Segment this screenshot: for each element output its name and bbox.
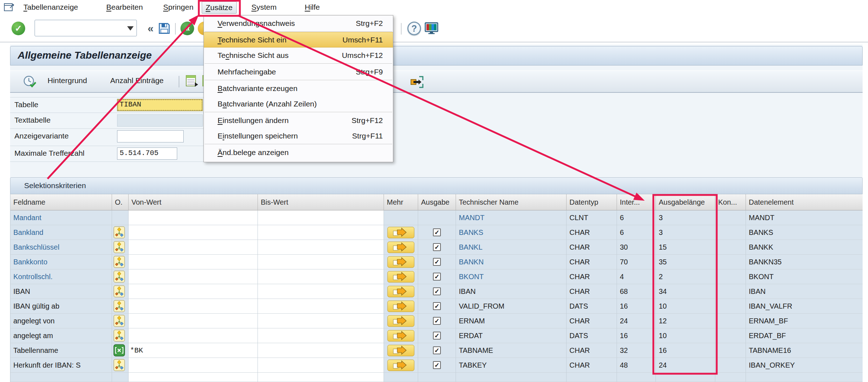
menubar-item-zus-tze[interactable]: Zusätze — [202, 1, 237, 14]
mehr-selection-button[interactable] — [387, 315, 415, 327]
cell-bis-wert[interactable] — [258, 269, 384, 284]
selection-screen-icon[interactable] — [408, 74, 425, 91]
menu-item-verwendungsnachweis[interactable]: VerwendungsnachweisStrg+F2 — [204, 15, 393, 31]
multiple-selection-icon[interactable] — [113, 256, 125, 268]
multiple-selection-icon[interactable] — [113, 241, 125, 253]
ausgabe-checkbox[interactable]: ✓ — [433, 317, 441, 325]
menu-item-technische-sicht-ein[interactable]: Technische Sicht einUmsch+F11 — [204, 32, 393, 47]
back-icon[interactable]: « — [180, 21, 194, 36]
mehr-selection-button[interactable] — [387, 271, 415, 283]
cell-bis-wert[interactable] — [258, 284, 384, 299]
ausgabe-checkbox[interactable]: ✓ — [433, 361, 441, 369]
menu-item-einstellungen-speichern[interactable]: Einstellungen speichernStrg+F11 — [204, 128, 393, 144]
multiple-selection-icon[interactable] — [113, 270, 125, 283]
menubar-item-springen[interactable]: Springen — [160, 1, 197, 14]
cell-technischer-name[interactable]: BANKN — [456, 255, 567, 269]
cell-feldname[interactable]: Kontrollschl. — [10, 269, 112, 284]
column-header-bis-wert[interactable]: Bis-Wert — [258, 194, 384, 210]
cell-technischer-name[interactable]: BKONT — [456, 269, 567, 284]
menu-item-batchvariante-erzeugen[interactable]: Batchvariante erzeugen — [204, 81, 393, 96]
cell-von-wert[interactable] — [129, 328, 258, 343]
column-header-o[interactable]: O. — [112, 194, 129, 210]
command-field[interactable] — [35, 20, 137, 36]
ausgabe-checkbox[interactable]: ✓ — [433, 302, 441, 310]
cell-von-wert[interactable] — [129, 240, 258, 255]
column-header-feldname[interactable]: Feldname — [10, 194, 112, 210]
mehr-selection-button[interactable] — [387, 286, 415, 297]
ausgabe-checkbox[interactable]: ✓ — [433, 287, 441, 295]
cell-von-wert[interactable] — [129, 284, 258, 299]
pattern-selection-icon[interactable] — [113, 344, 125, 356]
menubar-item-tabellenanzeige[interactable]: Tabellenanzeige — [20, 1, 82, 14]
mehr-selection-button[interactable] — [387, 227, 415, 238]
column-header-ausgabe[interactable]: Ausgabe — [418, 194, 456, 210]
column-header-technischer-name[interactable]: Technischer Name — [456, 194, 567, 210]
menu-item-nd-belege-anzeigen[interactable]: Änd.belege anzeigen — [204, 145, 393, 160]
collapse-chevrons-icon[interactable]: « — [143, 21, 158, 36]
multiple-selection-icon[interactable] — [113, 285, 125, 297]
command-dropdown-icon[interactable] — [127, 26, 134, 31]
anzahl-eintraege-button[interactable]: Anzahl Einträge — [110, 76, 164, 85]
ausgabe-checkbox[interactable]: ✓ — [433, 273, 441, 281]
ausgabe-checkbox[interactable]: ✓ — [433, 258, 441, 266]
cell-von-wert[interactable] — [129, 299, 258, 314]
form-field-maximale-trefferzahl[interactable]: 5.514.705 — [117, 147, 177, 160]
column-header-datentyp[interactable]: Datentyp — [567, 194, 617, 210]
cell-bis-wert[interactable] — [258, 343, 384, 358]
multiple-selection-icon[interactable] — [113, 315, 125, 327]
cell-feldname[interactable]: Bankkonto — [10, 255, 112, 269]
menubar-item-hilfe[interactable]: Hilfe — [301, 1, 323, 14]
cell-technischer-name[interactable]: MANDT — [456, 210, 567, 225]
cell-feldname[interactable]: Bankschlüssel — [10, 240, 112, 255]
cell-von-wert[interactable] — [129, 358, 258, 373]
cell-bis-wert[interactable] — [258, 328, 384, 343]
mehr-selection-button[interactable] — [387, 300, 415, 312]
execute-clock-icon[interactable] — [22, 74, 37, 91]
cell-feldname[interactable]: Mandant — [10, 210, 112, 225]
multiple-selection-icon[interactable] — [113, 300, 125, 312]
table-contents-icon[interactable] — [185, 74, 199, 89]
save-icon[interactable] — [157, 21, 171, 36]
hintergrund-button[interactable]: Hintergrund — [48, 76, 87, 85]
menu-item-mehrfacheingabe[interactable]: MehrfacheingabeStrg+F9 — [204, 64, 393, 79]
customize-layout-icon[interactable] — [424, 21, 439, 36]
menubar-item-system[interactable]: System — [248, 1, 280, 14]
column-header-inter[interactable]: Inter... — [617, 194, 656, 210]
mehr-selection-button[interactable] — [387, 241, 415, 253]
ausgabe-checkbox[interactable]: ✓ — [433, 243, 441, 251]
column-header-ausgabel-nge[interactable]: Ausgabelänge — [656, 194, 715, 210]
mehr-selection-button[interactable] — [387, 359, 415, 371]
ausgabe-checkbox[interactable]: ✓ — [433, 346, 441, 354]
enter-icon[interactable]: ✓ — [11, 21, 26, 36]
menu-item-batchvariante-anzahl-zeilen[interactable]: Batchvariante (Anzahl Zeilen) — [204, 96, 393, 112]
ausgabe-checkbox[interactable]: ✓ — [433, 332, 441, 340]
cell-technischer-name[interactable]: BANKS — [456, 225, 567, 240]
mehr-selection-button[interactable] — [387, 330, 415, 342]
column-header-mehr[interactable]: Mehr — [384, 194, 418, 210]
multiple-selection-icon[interactable] — [113, 359, 125, 371]
cell-bis-wert[interactable] — [258, 210, 384, 225]
cell-bis-wert[interactable] — [258, 314, 384, 328]
cell-von-wert[interactable] — [129, 225, 258, 240]
menu-item-einstellungen-ndern[interactable]: Einstellungen ändernStrg+F12 — [204, 113, 393, 128]
cell-feldname[interactable]: Bankland — [10, 225, 112, 240]
mehr-selection-button[interactable] — [387, 256, 415, 268]
menu-item-technische-sicht-aus[interactable]: Technische Sicht ausUmsch+F12 — [204, 47, 393, 63]
column-header-kon[interactable]: Kon... — [715, 194, 746, 210]
mehr-selection-button[interactable] — [387, 345, 415, 356]
cell-von-wert[interactable]: *BK — [129, 343, 258, 358]
column-header-datenelement[interactable]: Datenelement — [746, 194, 863, 210]
multiple-selection-icon[interactable] — [113, 329, 125, 342]
form-field-tabelle[interactable]: TIBAN — [117, 99, 203, 111]
cell-bis-wert[interactable] — [258, 240, 384, 255]
cell-bis-wert[interactable] — [258, 358, 384, 373]
menubar-item-bearbeiten[interactable]: Bearbeiten — [103, 1, 147, 14]
cell-technischer-name[interactable]: BANKL — [456, 240, 567, 255]
column-header-von-wert[interactable]: Von-Wert — [129, 194, 258, 210]
cell-von-wert[interactable] — [129, 314, 258, 328]
cell-von-wert[interactable] — [129, 255, 258, 269]
ausgabe-checkbox[interactable]: ✓ — [433, 228, 441, 236]
session-window-icon[interactable] — [4, 2, 15, 14]
cell-bis-wert[interactable] — [258, 255, 384, 269]
help-icon[interactable]: ? — [407, 21, 421, 36]
